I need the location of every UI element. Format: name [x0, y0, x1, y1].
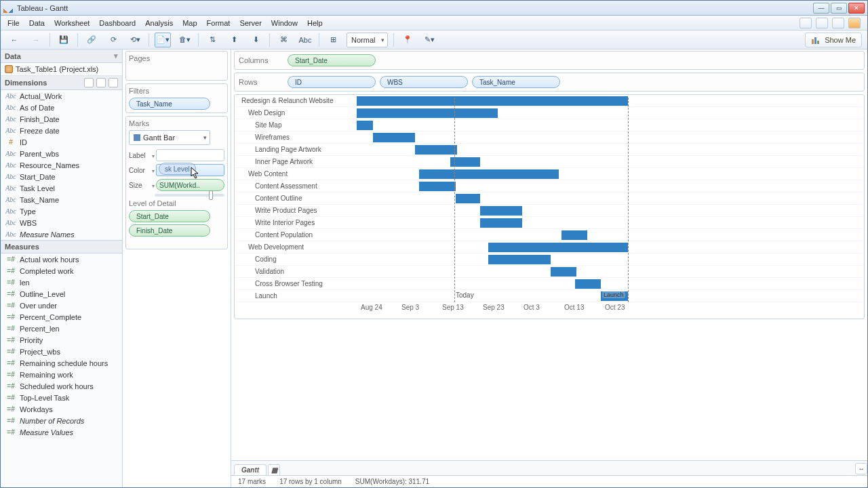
lod-pill-finish[interactable]: Finish_Date [129, 224, 210, 237]
color-card-label[interactable]: Color [129, 167, 153, 174]
view-list-icon[interactable] [84, 78, 94, 87]
gantt-row[interactable]: Content Outline [235, 192, 864, 205]
gantt-bar[interactable] [357, 96, 628, 106]
gantt-bar[interactable] [488, 255, 551, 264]
dimension-item[interactable]: #ID [1, 136, 122, 148]
show-me-button[interactable]: Show Me [805, 33, 862, 47]
gantt-bar[interactable] [419, 182, 456, 191]
gantt-bar[interactable] [488, 243, 628, 252]
highlight-button[interactable]: ✎▾ [421, 33, 437, 47]
presentation-mode-icon[interactable] [800, 18, 812, 28]
menu-file[interactable]: File [7, 19, 20, 27]
sort-desc-button[interactable]: ⬇ [248, 33, 264, 47]
size-card-label[interactable]: Size [129, 182, 153, 189]
new-worksheet-button[interactable]: 📄▾ [155, 33, 171, 47]
rows-shelf[interactable]: Rows ID WBS Task_Name [234, 73, 865, 92]
filter-pill-taskname[interactable]: Task_Name [129, 98, 210, 110]
gantt-bar[interactable] [456, 194, 480, 203]
pin-button[interactable]: 📍 [399, 33, 416, 47]
label-toggle-button[interactable]: Abc [297, 33, 313, 47]
measure-item[interactable]: =#Workdays [1, 403, 122, 415]
worksheet-icon[interactable] [832, 18, 844, 28]
dimension-item[interactable]: AbcType [1, 205, 122, 217]
dimension-item[interactable]: AbcWBS [1, 217, 122, 228]
menu-data[interactable]: Data [29, 19, 45, 27]
menu-format[interactable]: Format [207, 19, 231, 27]
auto-update-button[interactable]: ⟲▾ [127, 33, 143, 47]
measure-item[interactable]: =#Scheduled work hours [1, 380, 122, 392]
gantt-row[interactable]: Launch [235, 290, 864, 302]
save-button[interactable]: 💾 [56, 33, 72, 47]
measure-item[interactable]: =#Measure Values [1, 426, 122, 438]
back-button[interactable]: ← [6, 33, 22, 47]
size-card-field[interactable]: SUM(Workd.. [156, 179, 224, 191]
filters-shelf[interactable]: Filters Task_Name [125, 83, 228, 113]
menu-help[interactable]: Help [307, 19, 323, 27]
measure-item[interactable]: =#Percent_len [1, 323, 122, 334]
forward-button[interactable]: → [28, 33, 44, 47]
gantt-row[interactable]: Site Map [235, 119, 864, 131]
measure-item[interactable]: =#Number of Records [1, 415, 122, 426]
close-button[interactable]: ✕ [848, 3, 865, 14]
measure-item[interactable]: =#Actual work hours [1, 253, 122, 265]
menu-icon[interactable] [108, 78, 118, 87]
fixed-axes-button[interactable]: ⊞ [325, 33, 341, 47]
gantt-bar[interactable] [480, 218, 522, 228]
size-slider[interactable] [155, 194, 224, 197]
menu-dashboard[interactable]: Dashboard [99, 19, 136, 27]
maximize-button[interactable]: ▭ [831, 3, 847, 14]
label-card-label[interactable]: Label [129, 152, 153, 159]
measure-item[interactable]: =#Remaining work [1, 369, 122, 380]
new-tab-button[interactable]: ▦ [268, 464, 280, 475]
dimension-item[interactable]: AbcFreeze date [1, 125, 122, 136]
refresh-button[interactable]: ⟳ [105, 33, 121, 47]
label-card-field[interactable] [156, 149, 224, 161]
size-slider-thumb[interactable] [209, 190, 213, 200]
menu-window[interactable]: Window [271, 19, 298, 27]
gantt-row[interactable]: Wireframes [235, 131, 864, 144]
gantt-row[interactable]: Write Interior Pages [235, 217, 864, 229]
rows-pill-id[interactable]: ID [288, 76, 376, 88]
tab-gantt[interactable]: Gantt [234, 464, 267, 475]
data-source-row[interactable]: Task_Table1 (Project.xls) [1, 63, 122, 76]
lod-pill-start[interactable]: Start_Date [129, 210, 210, 222]
gantt-bar[interactable] [561, 230, 587, 240]
measure-item[interactable]: =#Project_wbs [1, 346, 122, 357]
dimension-item[interactable]: AbcAs of Date [1, 102, 122, 113]
dimension-item[interactable]: AbcStart_Date [1, 171, 122, 182]
gantt-chart[interactable]: Redesign & Relaunch WebsiteWeb DesignSit… [234, 94, 865, 319]
fit-select[interactable]: Normal [347, 33, 388, 47]
gantt-row[interactable]: Cross Browser Testing [235, 278, 864, 290]
dimension-item[interactable]: AbcResource_Names [1, 159, 122, 171]
gantt-row[interactable]: Validation [235, 266, 864, 278]
menu-analysis[interactable]: Analysis [145, 19, 173, 27]
rows-pill-taskname[interactable]: Task_Name [472, 76, 560, 88]
dimension-item[interactable]: AbcTask Level [1, 182, 122, 194]
menu-worksheet[interactable]: Worksheet [54, 19, 90, 27]
menu-map[interactable]: Map [182, 19, 197, 27]
measure-item[interactable]: =#Remaining schedule hours [1, 357, 122, 369]
rows-pill-wbs[interactable]: WBS [380, 76, 468, 88]
gantt-bar[interactable] [373, 133, 415, 142]
gantt-row[interactable]: Content Population [235, 229, 864, 241]
columns-pill-startdate[interactable]: Start_Date [288, 54, 376, 66]
gantt-bar[interactable] [575, 279, 601, 289]
measure-item[interactable]: =#Priority [1, 334, 122, 346]
mark-type-select[interactable]: Gantt Bar [129, 130, 210, 145]
gantt-row[interactable]: Write Product Pages [235, 205, 864, 217]
gantt-row[interactable]: Content Assessment [235, 180, 864, 192]
gantt-bar[interactable] [357, 108, 498, 118]
gantt-row[interactable]: Inner Page Artwork [235, 156, 864, 168]
pages-shelf[interactable]: Pages [125, 51, 228, 81]
minimize-button[interactable]: — [813, 3, 829, 14]
dimension-item[interactable]: AbcActual_Work [1, 90, 122, 102]
gantt-bar[interactable] [415, 145, 457, 155]
scroll-tabs-button[interactable]: ↔ [855, 463, 867, 474]
measure-item[interactable]: =#Over under [1, 300, 122, 311]
sort-asc-button[interactable]: ⬆ [226, 33, 242, 47]
dimension-item[interactable]: AbcTask_Name [1, 194, 122, 205]
gantt-bar[interactable] [357, 121, 373, 130]
gantt-bar[interactable] [480, 206, 522, 216]
measure-item[interactable]: =#len [1, 277, 122, 288]
menu-server[interactable]: Server [239, 19, 261, 27]
